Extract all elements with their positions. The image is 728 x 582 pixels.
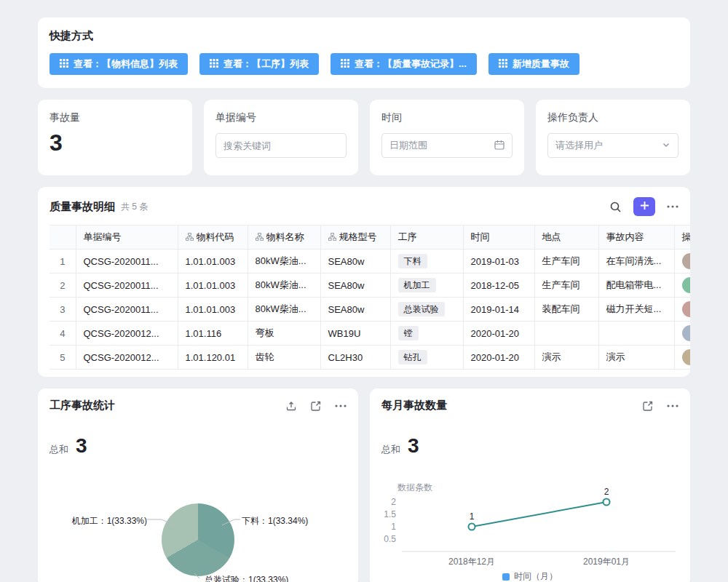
add-record-button[interactable]: [633, 197, 655, 216]
grid-icon: [499, 59, 507, 70]
cell-place: 生产车间: [534, 250, 598, 274]
cell-date: 2020-01-20: [463, 346, 534, 370]
cell-process: 总装试验: [390, 298, 463, 322]
column-header[interactable]: 物料名称: [248, 226, 320, 250]
table-toolbar: 质量事故明细 共 5 条: [38, 197, 690, 225]
cell-operator: [674, 250, 690, 274]
svg-text:0.5: 0.5: [384, 534, 396, 544]
column-header-label: 单据编号: [84, 231, 122, 242]
cell-date: 2019-01-14: [463, 298, 534, 322]
cell-operator: [674, 322, 690, 346]
cell-operator: [674, 346, 690, 370]
cell-operator: [674, 298, 690, 322]
line-chart: 数据条数0.511.522018年12月2019年01月12: [370, 388, 690, 582]
cell-content: 在车间清洗...: [598, 250, 674, 274]
cell-spec: WB19U: [320, 322, 390, 346]
row-index: 5: [50, 346, 76, 370]
pie-chart: [162, 503, 234, 576]
calendar-icon: [494, 140, 505, 152]
cell-doc-number: QCSG-2020011...: [76, 298, 178, 322]
search-input[interactable]: [215, 133, 347, 158]
avatar: [682, 301, 691, 317]
grid-icon: [210, 59, 218, 70]
column-header-label: 物料名称: [266, 231, 304, 242]
lookup-icon: [186, 232, 194, 243]
doc-number-label: 单据编号: [215, 111, 347, 124]
sum-value: 3: [408, 434, 419, 458]
column-header[interactable]: 地点: [534, 226, 598, 250]
cell-doc-number: QCSG-2020011...: [76, 250, 178, 274]
operator-label: 操作负责人: [547, 111, 678, 124]
more-icon[interactable]: [335, 404, 347, 407]
accident-detail-card: 质量事故明细 共 5 条 单据编号物料代码物料名称规格型号工序时间地点事故内容操…: [38, 187, 690, 377]
table-row[interactable]: 2QCSG-2020011...1.01.01.00380kW柴油...SEA8…: [50, 274, 690, 298]
export-icon[interactable]: [285, 400, 297, 412]
open-window-icon[interactable]: [642, 400, 654, 412]
shortcut-button-row: 查看：【物料信息】列表 查看：【工序】列表 查看：【质量事故记录】... 新增质…: [50, 53, 678, 75]
more-icon[interactable]: [667, 404, 678, 407]
view-process-list-button[interactable]: 查看：【工序】列表: [199, 53, 319, 75]
column-header-label: 物料代码: [197, 231, 234, 242]
cell-content: 磁力开关短...: [598, 298, 674, 322]
column-header[interactable]: 事故内容: [598, 226, 674, 250]
accident-count-label: 事故量: [50, 111, 181, 124]
user-select[interactable]: 请选择用户: [547, 133, 678, 158]
cell-date: 2020-01-20: [463, 322, 534, 346]
column-header-label: 操: [682, 231, 691, 242]
user-select-placeholder: 请选择用户: [555, 139, 603, 152]
view-quality-records-button[interactable]: 查看：【质量事故记录】...: [331, 53, 477, 75]
cell-date: 2019-01-03: [463, 250, 534, 274]
process-tag: 下料: [398, 254, 427, 268]
accident-count-card: 事故量 3: [38, 100, 192, 175]
cell-spec: CL2H30: [320, 346, 390, 370]
cell-material-code: 1.01.01.003: [178, 274, 248, 298]
operator-filter-card: 操作负责人 请选择用户: [536, 100, 690, 175]
cell-date: 2018-12-05: [463, 274, 534, 298]
grid-icon: [60, 59, 68, 70]
line-sum-row: 总和 3: [381, 434, 678, 458]
more-icon[interactable]: [667, 205, 678, 208]
date-range-placeholder: 日期范围: [389, 139, 427, 152]
table-row[interactable]: 1QCSG-2020011...1.01.01.00380kW柴油...SEA8…: [50, 250, 690, 274]
table-scroll-area[interactable]: 单据编号物料代码物料名称规格型号工序时间地点事故内容操 1QCSG-202001…: [50, 225, 690, 370]
process-tag: 钻孔: [398, 350, 427, 364]
search-icon[interactable]: [609, 201, 622, 213]
cell-place: 演示: [534, 346, 598, 370]
monthly-accident-line-card: 每月事故数量 总和 3 数据条数0.511.522018年12月2019年01月…: [370, 388, 690, 582]
table-row[interactable]: 4QCSG-2020012...1.01.116弯板WB19U镗2020-01-…: [50, 322, 690, 346]
cell-process: 机加工: [390, 274, 463, 298]
column-header[interactable]: [50, 226, 76, 250]
cell-place: [534, 322, 598, 346]
column-header[interactable]: 工序: [390, 226, 463, 250]
svg-text:数据条数: 数据条数: [397, 482, 432, 493]
svg-text:1.5: 1.5: [384, 509, 396, 519]
column-header[interactable]: 物料代码: [178, 226, 248, 250]
cell-material-code: 1.01.01.003: [178, 250, 248, 274]
pie-label-cutting: 下料：1(33.34%): [242, 515, 308, 527]
column-header[interactable]: 时间: [463, 226, 534, 250]
process-tag: 总装试验: [398, 302, 445, 316]
cell-material-name: 齿轮: [248, 346, 320, 370]
open-window-icon[interactable]: [310, 400, 322, 412]
time-filter-card: 时间 日期范围: [370, 100, 524, 175]
svg-text:1: 1: [470, 511, 475, 522]
date-range-input[interactable]: 日期范围: [381, 133, 513, 158]
charts-row: 工序事故统计 总和 3 机加工：1(33.33%) 下料：1(33.34%) 总…: [38, 388, 690, 582]
chevron-down-icon: [662, 140, 670, 151]
avatar: [682, 325, 691, 341]
column-header[interactable]: 单据编号: [76, 226, 178, 250]
table-title: 质量事故明细: [50, 200, 115, 214]
accident-table: 单据编号物料代码物料名称规格型号工序时间地点事故内容操 1QCSG-202001…: [50, 225, 690, 370]
add-quality-accident-button[interactable]: 新增质量事故: [488, 53, 579, 75]
process-tag: 镗: [398, 326, 419, 340]
view-material-list-button[interactable]: 查看：【物料信息】列表: [50, 53, 188, 75]
grid-icon: [341, 59, 349, 70]
table-header-row: 单据编号物料代码物料名称规格型号工序时间地点事故内容操: [50, 226, 690, 250]
cell-process: 钻孔: [390, 346, 463, 370]
table-row[interactable]: 3QCSG-2020011...1.01.01.00380kW柴油...SEA8…: [50, 298, 690, 322]
column-header[interactable]: 规格型号: [320, 226, 390, 250]
dashboard-page: 快捷方式 查看：【物料信息】列表 查看：【工序】列表 查看：【质量事故记录】..…: [0, 0, 728, 582]
table-row[interactable]: 5QCSG-2020012...1.01.120.01齿轮CL2H30钻孔202…: [50, 346, 690, 370]
column-header[interactable]: 操: [674, 226, 690, 250]
cell-material-code: 1.01.120.01: [178, 346, 248, 370]
